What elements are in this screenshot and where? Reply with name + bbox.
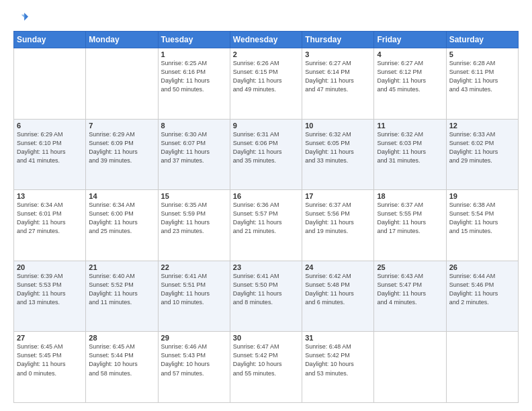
calendar-day: 22Sunrise: 6:41 AM Sunset: 5:51 PM Dayli…: [158, 261, 230, 332]
calendar-day: 3Sunrise: 6:27 AM Sunset: 6:14 PM Daylig…: [302, 48, 374, 120]
day-info: Sunrise: 6:38 AM Sunset: 5:54 PM Dayligh…: [449, 201, 515, 236]
calendar-week-row: 13Sunrise: 6:34 AM Sunset: 6:01 PM Dayli…: [14, 190, 519, 261]
calendar-day: 7Sunrise: 6:29 AM Sunset: 6:09 PM Daylig…: [86, 119, 158, 190]
day-number: 7: [89, 122, 154, 130]
day-number: 20: [17, 263, 83, 271]
logo: [13, 11, 30, 26]
calendar-day: 27Sunrise: 6:45 AM Sunset: 5:45 PM Dayli…: [14, 332, 86, 403]
day-number: 5: [449, 50, 515, 58]
day-info: Sunrise: 6:32 AM Sunset: 6:03 PM Dayligh…: [377, 130, 443, 165]
day-info: Sunrise: 6:46 AM Sunset: 5:43 PM Dayligh…: [161, 342, 227, 377]
calendar-day: 30Sunrise: 6:47 AM Sunset: 5:42 PM Dayli…: [230, 332, 302, 403]
calendar-week-row: 6Sunrise: 6:29 AM Sunset: 6:10 PM Daylig…: [14, 119, 519, 190]
day-info: Sunrise: 6:47 AM Sunset: 5:42 PM Dayligh…: [233, 342, 299, 377]
day-number: 26: [449, 263, 515, 271]
day-number: 3: [305, 50, 371, 58]
day-number: 10: [305, 122, 371, 130]
calendar-day: 25Sunrise: 6:43 AM Sunset: 5:47 PM Dayli…: [374, 261, 446, 332]
day-number: 4: [377, 50, 443, 58]
day-number: 1: [161, 50, 227, 58]
weekday-header: Saturday: [446, 32, 518, 48]
day-number: 19: [449, 192, 515, 200]
calendar-week-row: 27Sunrise: 6:45 AM Sunset: 5:45 PM Dayli…: [14, 332, 519, 403]
day-info: Sunrise: 6:28 AM Sunset: 6:11 PM Dayligh…: [449, 59, 515, 94]
day-info: Sunrise: 6:34 AM Sunset: 6:00 PM Dayligh…: [89, 201, 154, 236]
calendar-day: 19Sunrise: 6:38 AM Sunset: 5:54 PM Dayli…: [446, 190, 518, 261]
day-number: 13: [17, 192, 83, 200]
day-number: 24: [305, 263, 371, 271]
day-info: Sunrise: 6:40 AM Sunset: 5:52 PM Dayligh…: [89, 272, 154, 307]
calendar-day: 18Sunrise: 6:37 AM Sunset: 5:55 PM Dayli…: [374, 190, 446, 261]
calendar-day: 2Sunrise: 6:26 AM Sunset: 6:15 PM Daylig…: [230, 48, 302, 120]
calendar-day: 8Sunrise: 6:30 AM Sunset: 6:07 PM Daylig…: [158, 119, 230, 190]
calendar-week-row: 1Sunrise: 6:25 AM Sunset: 6:16 PM Daylig…: [14, 48, 519, 120]
day-number: 14: [89, 192, 154, 200]
day-info: Sunrise: 6:27 AM Sunset: 6:14 PM Dayligh…: [305, 59, 371, 94]
calendar-day: 23Sunrise: 6:41 AM Sunset: 5:50 PM Dayli…: [230, 261, 302, 332]
day-info: Sunrise: 6:36 AM Sunset: 5:57 PM Dayligh…: [233, 201, 299, 236]
calendar-day: 4Sunrise: 6:27 AM Sunset: 6:12 PM Daylig…: [374, 48, 446, 120]
weekday-header: Monday: [86, 32, 158, 48]
day-info: Sunrise: 6:37 AM Sunset: 5:55 PM Dayligh…: [377, 201, 443, 236]
calendar-day: 26Sunrise: 6:44 AM Sunset: 5:46 PM Dayli…: [446, 261, 518, 332]
day-number: 8: [161, 122, 227, 130]
weekday-header: Thursday: [302, 32, 374, 48]
calendar-day: 13Sunrise: 6:34 AM Sunset: 6:01 PM Dayli…: [14, 190, 86, 261]
day-info: Sunrise: 6:29 AM Sunset: 6:09 PM Dayligh…: [89, 130, 154, 165]
day-info: Sunrise: 6:35 AM Sunset: 5:59 PM Dayligh…: [161, 201, 227, 236]
day-number: 23: [233, 263, 299, 271]
day-info: Sunrise: 6:33 AM Sunset: 6:02 PM Dayligh…: [449, 130, 515, 165]
calendar-day: 28Sunrise: 6:45 AM Sunset: 5:44 PM Dayli…: [86, 332, 158, 403]
weekday-header: Friday: [374, 32, 446, 48]
page: SundayMondayTuesdayWednesdayThursdayFrid…: [0, 0, 532, 411]
calendar-day: 21Sunrise: 6:40 AM Sunset: 5:52 PM Dayli…: [86, 261, 158, 332]
calendar-empty: [14, 48, 86, 120]
day-number: 31: [305, 334, 371, 342]
day-info: Sunrise: 6:43 AM Sunset: 5:47 PM Dayligh…: [377, 272, 443, 307]
calendar-empty: [446, 332, 518, 403]
calendar-day: 11Sunrise: 6:32 AM Sunset: 6:03 PM Dayli…: [374, 119, 446, 190]
day-number: 22: [161, 263, 227, 271]
calendar-table: SundayMondayTuesdayWednesdayThursdayFrid…: [13, 31, 519, 403]
weekday-header: Wednesday: [230, 32, 302, 48]
day-number: 16: [233, 192, 299, 200]
day-number: 18: [377, 192, 443, 200]
day-info: Sunrise: 6:29 AM Sunset: 6:10 PM Dayligh…: [17, 130, 83, 165]
day-number: 6: [17, 122, 83, 130]
day-info: Sunrise: 6:27 AM Sunset: 6:12 PM Dayligh…: [377, 59, 443, 94]
day-number: 2: [233, 50, 299, 58]
calendar-day: 15Sunrise: 6:35 AM Sunset: 5:59 PM Dayli…: [158, 190, 230, 261]
calendar-day: 24Sunrise: 6:42 AM Sunset: 5:48 PM Dayli…: [302, 261, 374, 332]
day-number: 11: [377, 122, 443, 130]
day-info: Sunrise: 6:41 AM Sunset: 5:51 PM Dayligh…: [161, 272, 227, 307]
day-info: Sunrise: 6:25 AM Sunset: 6:16 PM Dayligh…: [161, 59, 227, 94]
day-info: Sunrise: 6:41 AM Sunset: 5:50 PM Dayligh…: [233, 272, 299, 307]
calendar-day: 9Sunrise: 6:31 AM Sunset: 6:06 PM Daylig…: [230, 119, 302, 190]
calendar-day: 5Sunrise: 6:28 AM Sunset: 6:11 PM Daylig…: [446, 48, 518, 120]
calendar-day: 29Sunrise: 6:46 AM Sunset: 5:43 PM Dayli…: [158, 332, 230, 403]
day-info: Sunrise: 6:31 AM Sunset: 6:06 PM Dayligh…: [233, 130, 299, 165]
day-info: Sunrise: 6:32 AM Sunset: 6:05 PM Dayligh…: [305, 130, 371, 165]
day-info: Sunrise: 6:30 AM Sunset: 6:07 PM Dayligh…: [161, 130, 227, 165]
weekday-header: Tuesday: [158, 32, 230, 48]
calendar-day: 17Sunrise: 6:37 AM Sunset: 5:56 PM Dayli…: [302, 190, 374, 261]
calendar-week-row: 20Sunrise: 6:39 AM Sunset: 5:53 PM Dayli…: [14, 261, 519, 332]
day-info: Sunrise: 6:44 AM Sunset: 5:46 PM Dayligh…: [449, 272, 515, 307]
calendar-day: 1Sunrise: 6:25 AM Sunset: 6:16 PM Daylig…: [158, 48, 230, 120]
calendar-day: 31Sunrise: 6:48 AM Sunset: 5:42 PM Dayli…: [302, 332, 374, 403]
weekday-header: Sunday: [14, 32, 86, 48]
calendar-header-row: SundayMondayTuesdayWednesdayThursdayFrid…: [14, 32, 519, 48]
day-number: 28: [89, 334, 154, 342]
day-number: 29: [161, 334, 227, 342]
day-info: Sunrise: 6:39 AM Sunset: 5:53 PM Dayligh…: [17, 272, 83, 307]
day-number: 21: [89, 263, 154, 271]
header: [13, 11, 519, 26]
calendar-day: 12Sunrise: 6:33 AM Sunset: 6:02 PM Dayli…: [446, 119, 518, 190]
day-info: Sunrise: 6:34 AM Sunset: 6:01 PM Dayligh…: [17, 201, 83, 236]
day-info: Sunrise: 6:26 AM Sunset: 6:15 PM Dayligh…: [233, 59, 299, 94]
day-number: 25: [377, 263, 443, 271]
day-number: 17: [305, 192, 371, 200]
day-number: 12: [449, 122, 515, 130]
day-info: Sunrise: 6:37 AM Sunset: 5:56 PM Dayligh…: [305, 201, 371, 236]
day-number: 30: [233, 334, 299, 342]
